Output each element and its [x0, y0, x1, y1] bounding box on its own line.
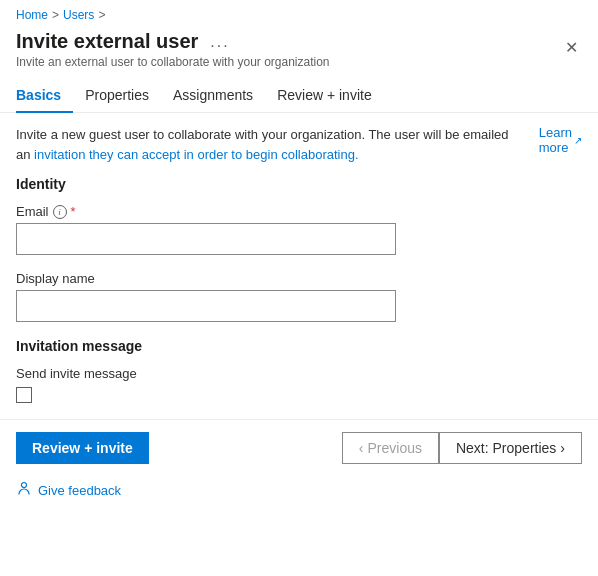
email-field-group: Email i * — [16, 204, 582, 255]
identity-section-title: Identity — [16, 176, 582, 192]
next-label: Next: Properties — [456, 440, 556, 456]
tab-basics[interactable]: Basics — [16, 79, 73, 113]
tab-assignments[interactable]: Assignments — [161, 79, 265, 113]
info-bar: Invite a new guest user to collaborate w… — [16, 125, 582, 164]
breadcrumb-users[interactable]: Users — [63, 8, 94, 22]
email-label: Email i * — [16, 204, 582, 219]
display-name-label-text: Display name — [16, 271, 95, 286]
info-text: Invite a new guest user to collaborate w… — [16, 125, 523, 164]
learn-more: Learnmore ↗ — [539, 125, 582, 155]
info-link[interactable]: invitation they can accept in order to b… — [34, 147, 358, 162]
email-info-icon[interactable]: i — [53, 205, 67, 219]
send-invite-checkbox[interactable] — [16, 387, 32, 403]
breadcrumb: Home > Users > — [0, 0, 598, 26]
email-label-text: Email — [16, 204, 49, 219]
breadcrumb-sep2: > — [98, 8, 105, 22]
review-invite-button[interactable]: Review + invite — [16, 432, 149, 464]
next-chevron-icon: › — [560, 440, 565, 456]
give-feedback-link[interactable]: Give feedback — [38, 483, 121, 498]
breadcrumb-home[interactable]: Home — [16, 8, 48, 22]
display-name-field-group: Display name — [16, 271, 582, 322]
breadcrumb-sep1: > — [52, 8, 59, 22]
send-invite-checkbox-wrapper — [16, 387, 582, 403]
previous-label: Previous — [367, 440, 421, 456]
identity-section: Identity Email i * Display name — [0, 176, 598, 322]
external-link-icon: ↗ — [574, 135, 582, 146]
page-subtitle: Invite an external user to collaborate w… — [16, 55, 330, 69]
next-properties-button[interactable]: Next: Properties › — [439, 432, 582, 464]
display-name-input[interactable] — [16, 290, 396, 322]
header-left: Invite external user ... Invite an exter… — [16, 30, 330, 69]
prev-chevron-icon: ‹ — [359, 440, 364, 456]
previous-button[interactable]: ‹ Previous — [342, 432, 439, 464]
page-title: Invite external user — [16, 30, 198, 53]
title-row: Invite external user ... — [16, 30, 330, 53]
ellipsis-menu-button[interactable]: ... — [206, 31, 233, 53]
tab-properties[interactable]: Properties — [73, 79, 161, 113]
display-name-label: Display name — [16, 271, 582, 286]
invitation-section: Invitation message Send invite message — [0, 338, 598, 403]
learn-more-link[interactable]: Learnmore ↗ — [539, 125, 582, 155]
tab-bar: Basics Properties Assignments Review + i… — [0, 79, 598, 113]
close-button[interactable]: ✕ — [561, 34, 582, 61]
svg-point-0 — [22, 483, 27, 488]
email-input[interactable] — [16, 223, 396, 255]
send-invite-label: Send invite message — [16, 366, 582, 381]
give-feedback-section: Give feedback — [0, 476, 598, 512]
invitation-section-title: Invitation message — [16, 338, 582, 354]
page-header: Invite external user ... Invite an exter… — [0, 26, 598, 71]
feedback-icon — [16, 480, 32, 500]
tab-review[interactable]: Review + invite — [265, 79, 384, 113]
email-required: * — [71, 204, 76, 219]
footer: Review + invite ‹ Previous Next: Propert… — [0, 420, 598, 476]
nav-buttons: ‹ Previous Next: Properties › — [342, 432, 582, 464]
